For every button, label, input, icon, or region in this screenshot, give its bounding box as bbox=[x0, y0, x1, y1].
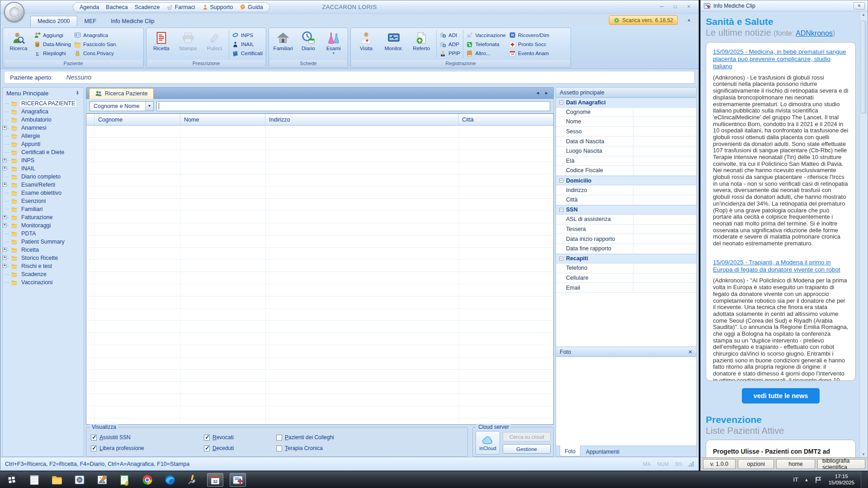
adnkronos-link[interactable]: ADNkronos bbox=[796, 29, 833, 37]
assetto-row[interactable]: − Città bbox=[556, 195, 696, 205]
consenso-privacy-button[interactable]: Cons.Privacy bbox=[74, 50, 117, 57]
checkbox[interactable] bbox=[204, 446, 210, 451]
sidebar-tree-item[interactable]: + Monitoraggi bbox=[9, 221, 84, 230]
sidebar-tree-item[interactable]: + Patient Summary bbox=[9, 238, 84, 246]
assetto-row[interactable]: − Luogo Nascita bbox=[556, 146, 696, 156]
article-link[interactable]: 15/09/2025 - Medicina, in bebè prematuri… bbox=[713, 48, 849, 70]
close-icon[interactable]: ✕ bbox=[688, 349, 693, 355]
expand-icon[interactable]: + bbox=[3, 126, 7, 130]
incloud-button[interactable]: inCloud bbox=[476, 431, 500, 455]
aggiungi-button[interactable]: Aggiungi bbox=[34, 31, 71, 39]
assetto-row[interactable]: − Tessera bbox=[556, 225, 696, 235]
taskbar-chrome-icon[interactable] bbox=[139, 473, 156, 487]
show-desktop-button[interactable] bbox=[861, 471, 867, 488]
expand-icon[interactable]: + bbox=[3, 183, 7, 187]
column-header-nome[interactable]: Nome bbox=[180, 114, 265, 125]
action-center-flag-icon[interactable] bbox=[815, 476, 822, 483]
close-button[interactable]: × bbox=[683, 3, 695, 10]
adp-button[interactable]: ADP bbox=[439, 41, 460, 48]
sidebar-tree-item[interactable]: + Storico Ricette bbox=[9, 254, 84, 262]
assetto-row[interactable]: − Indirizzo bbox=[556, 185, 696, 195]
assetto-row[interactable]: − Domicilio bbox=[556, 176, 696, 186]
sidebar-tree-item[interactable]: + Esenzioni bbox=[9, 197, 84, 205]
visita-button[interactable]: Visita bbox=[353, 29, 379, 59]
checkbox[interactable] bbox=[91, 435, 97, 441]
filter-checkbox-row[interactable]: Deceduti bbox=[204, 445, 276, 451]
sidebar-tree-item[interactable]: + Appunti bbox=[9, 140, 84, 148]
assetto-row[interactable]: − ASL di assistenza bbox=[556, 215, 696, 225]
checkbox[interactable] bbox=[91, 446, 97, 451]
expand-icon[interactable]: + bbox=[3, 248, 7, 252]
taskbar-notes-icon[interactable] bbox=[117, 473, 133, 487]
riepiloghi-button[interactable]: Riepiloghi bbox=[34, 50, 71, 57]
menu-guida[interactable]: Guida bbox=[240, 4, 263, 10]
inail-button[interactable]: INAIL bbox=[232, 41, 263, 48]
taskbar-media-player-icon[interactable] bbox=[71, 473, 88, 487]
resize-grip[interactable] bbox=[689, 461, 694, 467]
scroll-down-icon[interactable]: ▼ bbox=[862, 452, 865, 456]
fascicolo-sanitario-button[interactable]: Fascicolo San. bbox=[74, 41, 117, 48]
telefonata-button[interactable]: Telefonata bbox=[466, 41, 506, 48]
sidebar-tree-item[interactable]: + Familiari bbox=[9, 205, 84, 213]
collapse-icon[interactable]: − bbox=[559, 208, 563, 212]
anagrafica-button[interactable]: Anagrafica bbox=[74, 31, 117, 39]
sidebar-tree-item[interactable]: + Rischi e test bbox=[9, 262, 84, 270]
minimize-button[interactable]: ─ bbox=[656, 3, 668, 10]
news-scrollbar[interactable]: ▲ ▼ bbox=[859, 12, 867, 457]
gestione-button[interactable]: Gestione bbox=[503, 444, 551, 454]
maximize-button[interactable]: □ bbox=[669, 3, 681, 10]
taskbar-edge-icon[interactable] bbox=[162, 473, 178, 487]
menu-farmaci[interactable]: Farmaci bbox=[166, 4, 195, 10]
sidebar-tree-item[interactable]: + INPS bbox=[9, 156, 84, 164]
table-body-empty[interactable] bbox=[86, 126, 553, 424]
sidebar-tree-item[interactable]: + Esame obiettivo bbox=[9, 189, 84, 197]
ricovero-button[interactable]: Ricovero/Dim bbox=[509, 31, 549, 39]
sidebar-tree-item[interactable]: + Allergie bbox=[9, 132, 84, 140]
assetto-row[interactable]: − Email bbox=[556, 283, 696, 293]
collapse-icon[interactable]: − bbox=[559, 257, 563, 261]
taskbar-calendar-app-icon[interactable]: 32 bbox=[207, 473, 223, 487]
column-header-indirizzo[interactable]: Indirizzo bbox=[265, 114, 458, 125]
assetto-row[interactable]: − Cellulare bbox=[556, 273, 696, 283]
expand-icon[interactable]: + bbox=[3, 158, 7, 162]
clock[interactable]: 17:15 15/09/2025 bbox=[828, 474, 854, 486]
ricerca-button[interactable]: Ricerca bbox=[5, 29, 32, 59]
sidebar-tree-item[interactable]: + Scadenze bbox=[9, 270, 84, 278]
checkbox[interactable] bbox=[204, 435, 210, 441]
column-header-cognome[interactable]: Cognome bbox=[94, 114, 180, 125]
pulisci-button[interactable]: Pulisci bbox=[202, 29, 227, 59]
checkbox[interactable] bbox=[276, 446, 282, 451]
scrollbar-thumb[interactable] bbox=[861, 21, 866, 113]
menu-bacheca[interactable]: Bacheca bbox=[106, 4, 128, 10]
collapse-icon[interactable]: − bbox=[559, 100, 563, 104]
expand-icon[interactable]: + bbox=[3, 264, 7, 268]
cerca-su-cloud-button[interactable]: Cerca su cloud bbox=[503, 432, 551, 441]
taskbar-tools-icon[interactable] bbox=[184, 473, 201, 487]
update-version-button[interactable]: Scarica vers. 6.18.52 bbox=[609, 15, 678, 25]
sidebar-tree-item[interactable]: + RICERCA PAZIENTE bbox=[9, 99, 84, 108]
filter-checkbox-row[interactable]: Pazienti dei Colleghi bbox=[276, 434, 463, 441]
assetto-row[interactable]: − Sesso bbox=[556, 127, 696, 137]
opzioni-button[interactable]: opzioni bbox=[738, 459, 774, 469]
sidebar-tree-item[interactable]: + Esami/Referti bbox=[9, 181, 84, 189]
referto-button[interactable]: Referto bbox=[408, 29, 434, 59]
filter-checkbox-row[interactable]: Libera professione bbox=[91, 445, 204, 451]
filter-checkbox-row[interactable]: Revocati bbox=[204, 434, 276, 441]
evento-anamnestico-button[interactable]: Evento Anam bbox=[509, 50, 549, 57]
vedi-tutte-le-news-button[interactable]: vedi tutte le news bbox=[742, 388, 820, 404]
tab-ricerca-paziente[interactable]: Ricerca Paziente bbox=[89, 88, 154, 99]
sidebar-tree-item[interactable]: + Ricetta bbox=[9, 246, 84, 254]
checkbox[interactable] bbox=[276, 435, 282, 441]
taskbar-explorer-icon[interactable] bbox=[49, 473, 65, 487]
sidebar-tree-item[interactable]: + Certificati e Diete bbox=[9, 148, 84, 156]
expand-icon[interactable]: + bbox=[3, 256, 7, 260]
scroll-up-icon[interactable]: ▲ bbox=[862, 13, 865, 17]
adi-button[interactable]: ADI bbox=[439, 31, 460, 39]
assetto-row[interactable]: − Cognome bbox=[556, 108, 696, 117]
sidebar-tree-item[interactable]: + Anamnesi bbox=[9, 124, 84, 132]
collapse-icon[interactable]: − bbox=[559, 178, 563, 183]
assetto-row[interactable]: − Data inizio rapporto bbox=[556, 234, 696, 244]
tab-info-mediche-clip[interactable]: Info Mediche Clip bbox=[104, 16, 162, 27]
stampa-button[interactable]: Stampa bbox=[175, 29, 201, 59]
sidebar-tree-item[interactable]: + Anagrafica bbox=[9, 108, 84, 116]
